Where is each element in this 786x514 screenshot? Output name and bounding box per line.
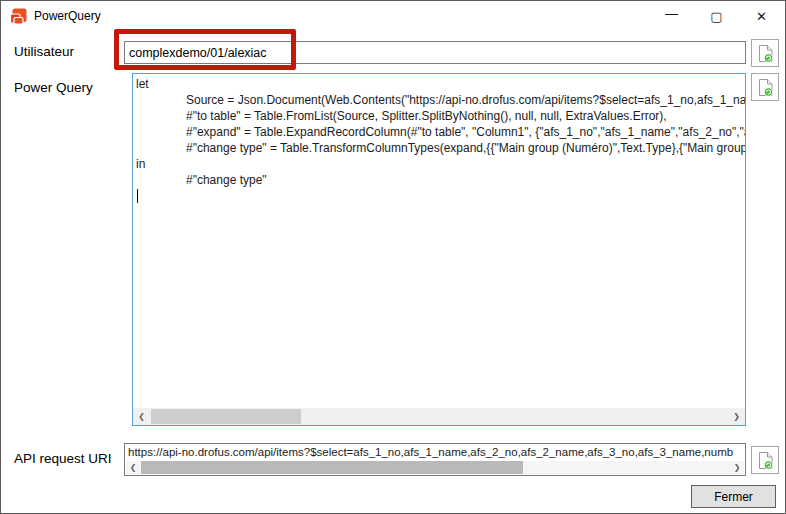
power-query-code[interactable]: let Source = Json.Document(Web.Contents(… (133, 74, 745, 408)
scrollbar-thumb[interactable] (151, 409, 301, 424)
scroll-right-icon[interactable]: ❯ (728, 408, 745, 425)
api-hscrollbar[interactable]: ❮ ❯ (126, 461, 744, 474)
copy-api-uri-button[interactable] (751, 446, 779, 474)
powerquery-dialog: PowerQuery — ▢ ✕ Utilisateur Power Query… (0, 0, 786, 514)
power-query-label: Power Query (14, 80, 93, 95)
scroll-left-icon[interactable]: ❮ (126, 461, 140, 474)
copy-user-button[interactable] (751, 39, 779, 67)
user-input[interactable] (124, 41, 746, 64)
copy-document-icon (757, 44, 774, 63)
api-uri-label: API request URI (14, 451, 112, 466)
maximize-button[interactable]: ▢ (694, 1, 739, 31)
minimize-button[interactable]: — (649, 1, 694, 31)
fermer-button[interactable]: Fermer (691, 485, 776, 508)
copy-query-button[interactable] (751, 73, 779, 101)
scroll-right-icon[interactable]: ❯ (730, 461, 744, 474)
close-icon[interactable]: ✕ (739, 1, 784, 31)
user-label: Utilisateur (14, 44, 74, 59)
scroll-left-icon[interactable]: ❮ (133, 408, 150, 425)
power-query-editor[interactable]: let Source = Json.Document(Web.Contents(… (132, 73, 746, 426)
copy-document-icon (757, 451, 774, 470)
api-uri-field[interactable]: https://api-no.drofus.com/api/items?$sel… (124, 443, 746, 476)
scrollbar-thumb[interactable] (141, 461, 523, 474)
title-bar: PowerQuery — ▢ ✕ (1, 1, 785, 31)
powerquery-app-icon (10, 8, 27, 25)
copy-document-icon (757, 78, 774, 97)
window-title: PowerQuery (34, 9, 101, 23)
power-query-hscrollbar[interactable]: ❮ ❯ (133, 408, 745, 425)
api-uri-value[interactable]: https://api-no.drofus.com/api/items?$sel… (125, 444, 745, 460)
text-caret (137, 189, 138, 203)
